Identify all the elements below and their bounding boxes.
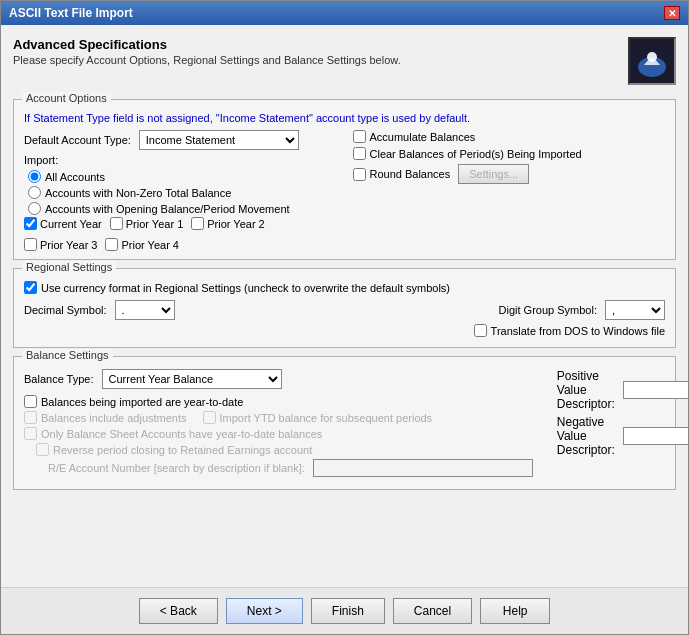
cancel-button[interactable]: Cancel bbox=[393, 598, 472, 624]
balance-left: Balance Type: Current Year Balance Prior… bbox=[24, 369, 533, 481]
accumulate-balances-cb[interactable] bbox=[353, 130, 366, 143]
clear-balances-label: Clear Balances of Period(s) Being Import… bbox=[370, 148, 582, 160]
close-button[interactable]: ✕ bbox=[664, 6, 680, 20]
finish-button[interactable]: Finish bbox=[311, 598, 385, 624]
account-options-left: Default Account Type: Income Statement B… bbox=[24, 130, 337, 251]
radio-all-accounts-input[interactable] bbox=[28, 170, 41, 183]
accumulate-balances-row[interactable]: Accumulate Balances bbox=[353, 130, 666, 143]
balance-settings-title: Balance Settings bbox=[22, 349, 113, 361]
account-options-cols: Default Account Type: Income Statement B… bbox=[24, 130, 665, 251]
translate-row: Translate from DOS to Windows file bbox=[24, 324, 665, 337]
round-balances-cb[interactable] bbox=[353, 168, 366, 181]
translate-label: Translate from DOS to Windows file bbox=[491, 325, 665, 337]
period-prior-year-1[interactable]: Prior Year 1 bbox=[110, 217, 183, 230]
radio-opening-balance-label: Accounts with Opening Balance/Period Mov… bbox=[45, 203, 290, 215]
include-adjustments-cb[interactable] bbox=[24, 411, 37, 424]
account-type-label: Default Account Type: bbox=[24, 134, 131, 146]
reverse-period-cb[interactable] bbox=[36, 443, 49, 456]
period-prior-year-4-label: Prior Year 4 bbox=[121, 239, 178, 251]
radio-opening-balance-input[interactable] bbox=[28, 202, 41, 215]
use-currency-row[interactable]: Use currency format in Regional Settings… bbox=[24, 281, 665, 294]
round-balances-row: Round Balances Settings... bbox=[353, 164, 666, 184]
regional-settings-title: Regional Settings bbox=[22, 261, 116, 273]
include-adjustments-item[interactable]: Balances include adjustments bbox=[24, 411, 187, 424]
help-button[interactable]: Help bbox=[480, 598, 550, 624]
header-title: Advanced Specifications bbox=[13, 37, 401, 52]
decimal-symbol-label: Decimal Symbol: bbox=[24, 304, 107, 316]
balances-ytd-cb[interactable] bbox=[24, 395, 37, 408]
radio-non-zero-label: Accounts with Non-Zero Total Balance bbox=[45, 187, 231, 199]
round-balances-label: Round Balances bbox=[370, 168, 451, 180]
reverse-period-label: Reverse period closing to Retained Earni… bbox=[53, 444, 312, 456]
import-label-row: Import: bbox=[24, 154, 337, 166]
header-subtitle: Please specify Account Options, Regional… bbox=[13, 54, 401, 66]
balance-right: Positive Value Descriptor: Negative Valu… bbox=[557, 369, 688, 481]
period-prior-year-4[interactable]: Prior Year 4 bbox=[105, 238, 178, 251]
account-type-row: Default Account Type: Income Statement B… bbox=[24, 130, 337, 150]
digit-group-select[interactable]: , . bbox=[605, 300, 665, 320]
translate-item[interactable]: Translate from DOS to Windows file bbox=[474, 324, 665, 337]
negative-descriptor-row: Negative Value Descriptor: bbox=[557, 415, 688, 457]
import-ytd-label: Import YTD balance for subsequent period… bbox=[220, 412, 433, 424]
main-window: ASCII Text File Import ✕ Advanced Specif… bbox=[0, 0, 689, 635]
footer: < Back Next > Finish Cancel Help bbox=[1, 587, 688, 634]
import-radio-group: All Accounts Accounts with Non-Zero Tota… bbox=[28, 170, 337, 215]
account-type-select[interactable]: Income Statement Balance Sheet bbox=[139, 130, 299, 150]
period-current-year-cb[interactable] bbox=[24, 217, 37, 230]
radio-all-accounts[interactable]: All Accounts bbox=[28, 170, 337, 183]
clear-balances-cb[interactable] bbox=[353, 147, 366, 160]
negative-descriptor-input[interactable] bbox=[623, 427, 688, 445]
main-content: Advanced Specifications Please specify A… bbox=[1, 25, 688, 587]
only-balance-sheet-cb[interactable] bbox=[24, 427, 37, 440]
positive-descriptor-label: Positive Value Descriptor: bbox=[557, 369, 615, 411]
header-text: Advanced Specifications Please specify A… bbox=[13, 37, 401, 66]
include-adjustments-label: Balances include adjustments bbox=[41, 412, 187, 424]
settings-button[interactable]: Settings... bbox=[458, 164, 529, 184]
import-ytd-item[interactable]: Import YTD balance for subsequent period… bbox=[203, 411, 433, 424]
radio-non-zero[interactable]: Accounts with Non-Zero Total Balance bbox=[28, 186, 337, 199]
balance-settings-section: Balance Settings Balance Type: Current Y… bbox=[13, 356, 676, 490]
period-prior-year-4-cb[interactable] bbox=[105, 238, 118, 251]
balance-type-select[interactable]: Current Year Balance Prior Year Balance bbox=[102, 369, 282, 389]
period-prior-year-3-cb[interactable] bbox=[24, 238, 37, 251]
positive-descriptor-input[interactable] bbox=[623, 381, 688, 399]
period-prior-year-3-label: Prior Year 3 bbox=[40, 239, 97, 251]
only-balance-sheet-label: Only Balance Sheet Accounts have year-to… bbox=[41, 428, 322, 440]
positive-descriptor-row: Positive Value Descriptor: bbox=[557, 369, 688, 411]
reverse-period-row[interactable]: Reverse period closing to Retained Earni… bbox=[36, 443, 533, 456]
next-button[interactable]: Next > bbox=[226, 598, 303, 624]
account-options-right: Accumulate Balances Clear Balances of Pe… bbox=[353, 130, 666, 251]
balance-type-label: Balance Type: bbox=[24, 373, 94, 385]
period-prior-year-2[interactable]: Prior Year 2 bbox=[191, 217, 264, 230]
accumulate-balances-label: Accumulate Balances bbox=[370, 131, 476, 143]
radio-non-zero-input[interactable] bbox=[28, 186, 41, 199]
re-account-input[interactable] bbox=[313, 459, 533, 477]
period-prior-year-2-label: Prior Year 2 bbox=[207, 218, 264, 230]
clear-balances-row[interactable]: Clear Balances of Period(s) Being Import… bbox=[353, 147, 666, 160]
account-options-content: If Statement Type field is not assigned,… bbox=[24, 112, 665, 251]
balance-settings-cols: Balance Type: Current Year Balance Prior… bbox=[24, 369, 665, 481]
info-text: If Statement Type field is not assigned,… bbox=[24, 112, 665, 124]
period-prior-year-1-cb[interactable] bbox=[110, 217, 123, 230]
account-options-title: Account Options bbox=[22, 92, 111, 104]
use-currency-cb[interactable] bbox=[24, 281, 37, 294]
decimal-symbol-select[interactable]: . , bbox=[115, 300, 175, 320]
decimal-symbol-row: Decimal Symbol: . , bbox=[24, 300, 175, 320]
header-icon bbox=[628, 37, 676, 85]
balances-ytd-label: Balances being imported are year-to-date bbox=[41, 396, 243, 408]
radio-all-accounts-label: All Accounts bbox=[45, 171, 105, 183]
account-options-section: Account Options If Statement Type field … bbox=[13, 99, 676, 260]
window-title: ASCII Text File Import bbox=[9, 6, 133, 20]
period-current-year[interactable]: Current Year bbox=[24, 217, 102, 230]
import-label: Import: bbox=[24, 154, 58, 166]
back-button[interactable]: < Back bbox=[139, 598, 218, 624]
round-balances-item[interactable]: Round Balances bbox=[353, 168, 451, 181]
period-prior-year-2-cb[interactable] bbox=[191, 217, 204, 230]
adjustments-row: Balances include adjustments Import YTD … bbox=[24, 411, 533, 424]
radio-opening-balance[interactable]: Accounts with Opening Balance/Period Mov… bbox=[28, 202, 337, 215]
import-ytd-cb[interactable] bbox=[203, 411, 216, 424]
period-prior-year-3[interactable]: Prior Year 3 bbox=[24, 238, 97, 251]
translate-cb[interactable] bbox=[474, 324, 487, 337]
balances-ytd-row[interactable]: Balances being imported are year-to-date bbox=[24, 395, 533, 408]
only-balance-sheet-row[interactable]: Only Balance Sheet Accounts have year-to… bbox=[24, 427, 533, 440]
